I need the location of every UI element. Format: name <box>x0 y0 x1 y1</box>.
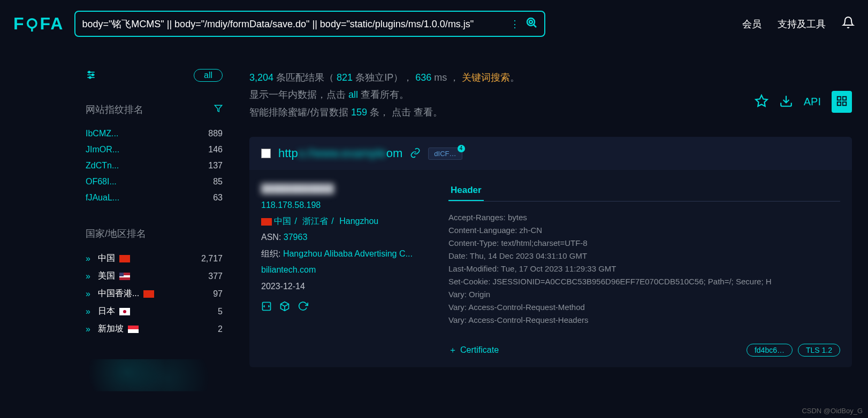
star-icon[interactable] <box>755 94 768 110</box>
result-date: 2023-12-14 <box>261 278 432 295</box>
filter-icon[interactable] <box>86 69 96 82</box>
result-title-blur: ████████████ <box>261 181 432 197</box>
result-url[interactable]: https://www.exampleom <box>278 146 402 160</box>
country-link[interactable]: 中国 <box>274 216 291 226</box>
hash-pill[interactable]: fd4bc6… <box>747 344 793 357</box>
svg-rect-17 <box>843 102 846 105</box>
domain-link[interactable]: biliantech.com <box>261 265 316 274</box>
api-link[interactable]: API <box>804 96 821 108</box>
tab-header[interactable]: Header <box>448 181 484 201</box>
svg-marker-11 <box>215 105 222 112</box>
nav-member[interactable]: 会员 <box>742 18 762 30</box>
list-item[interactable]: »新加坡 2 <box>86 320 223 338</box>
search-input[interactable] <box>82 18 505 29</box>
certificate-toggle[interactable]: ＋ Certificate <box>448 345 499 356</box>
tls-pill[interactable]: TLS 1.2 <box>798 344 840 357</box>
list-item[interactable]: »中国 2,717 <box>86 250 223 267</box>
list-item[interactable]: fJAuaL...63 <box>86 190 223 206</box>
list-item[interactable]: »美国 377 <box>86 267 223 285</box>
list-item[interactable]: ZdCTn...137 <box>86 158 223 174</box>
country-list: »中国 2,717»美国 377»中国香港... 97»日本 5»新加坡 2 <box>86 250 223 338</box>
list-item[interactable]: OF68I...85 <box>86 174 223 190</box>
list-item[interactable]: »日本 5 <box>86 303 223 320</box>
all-filter-badge[interactable]: all <box>194 69 223 82</box>
search-button[interactable] <box>525 16 538 32</box>
svg-point-2 <box>527 18 535 26</box>
result-ip[interactable]: 118.178.58.198 <box>261 200 321 210</box>
fingerprint-list: IbCMZ...889JImOR...146ZdCTn...137OF68I..… <box>86 126 223 206</box>
fingerprint-title: 网站指纹排名 <box>86 103 143 116</box>
svg-point-8 <box>88 71 90 73</box>
list-item[interactable]: »中国香港... 97 <box>86 285 223 303</box>
more-icon[interactable]: ⋮ <box>510 18 520 30</box>
download-icon[interactable] <box>779 94 793 110</box>
svg-rect-14 <box>837 97 841 100</box>
result-tag[interactable]: dICF… 4 <box>428 148 462 160</box>
link-icon[interactable] <box>410 148 421 160</box>
search-bar: ⋮ <box>74 11 545 37</box>
svg-rect-16 <box>837 102 841 105</box>
svg-point-4 <box>529 20 532 24</box>
asn-link[interactable]: 37963 <box>284 233 308 242</box>
svg-point-0 <box>27 19 36 27</box>
logo[interactable]: FFA <box>13 14 64 34</box>
svg-point-9 <box>92 74 94 75</box>
cube-icon[interactable] <box>279 301 290 313</box>
svg-marker-12 <box>756 95 767 106</box>
favicon <box>261 149 271 158</box>
show-all-link[interactable]: all <box>348 89 358 100</box>
svg-point-10 <box>89 76 91 78</box>
svg-rect-15 <box>843 97 846 100</box>
code-icon[interactable] <box>261 301 272 313</box>
bell-icon[interactable] <box>842 16 855 32</box>
world-map <box>86 359 223 391</box>
list-item[interactable]: JImOR...146 <box>86 142 223 158</box>
city-link[interactable]: Hangzhou <box>339 216 378 226</box>
result-card: https://www.exampleom dICF… 4 ██████████… <box>249 137 852 367</box>
svg-line-3 <box>534 25 536 27</box>
refresh-icon[interactable] <box>298 301 308 313</box>
watermark: CSDN @OidBoy_G <box>802 407 863 415</box>
country-title: 国家/地区排名 <box>86 227 146 240</box>
response-headers: Accept-Ranges: bytesContent-Language: zh… <box>448 211 840 327</box>
nav-support[interactable]: 支持及工具 <box>778 18 826 30</box>
tag-count-badge: 4 <box>458 145 465 152</box>
province-link[interactable]: 浙江省 <box>302 216 328 226</box>
list-item[interactable]: IbCMZ...889 <box>86 126 223 142</box>
funnel-icon[interactable] <box>214 104 223 115</box>
grid-view-button[interactable] <box>832 91 852 113</box>
flag-icon <box>261 218 272 226</box>
org-link[interactable]: Hangzhou Alibaba Advertising C... <box>283 249 413 258</box>
